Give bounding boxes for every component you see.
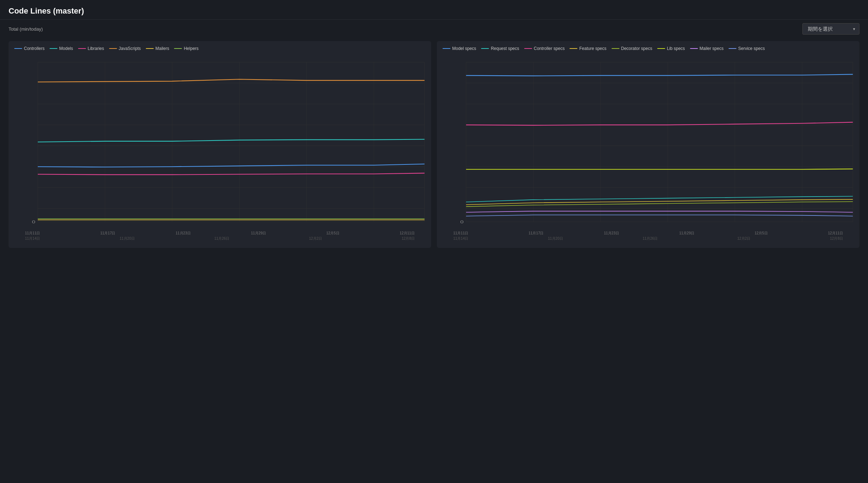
legend-color — [174, 48, 182, 49]
x-axis-sublabel: 11月14日 — [453, 236, 468, 241]
legend-item: Helpers — [174, 46, 198, 51]
x-axis-label: 12月5日 — [755, 231, 768, 236]
legend-item: Lib specs — [657, 46, 685, 51]
x-axis-sublabel: 12月2日 — [309, 236, 322, 241]
legend-color — [570, 48, 577, 49]
legend-label: Lib specs — [667, 46, 685, 51]
left-x-axis-bottom: 11月14日11月20日11月26日12月2日12月8日 — [12, 236, 428, 241]
x-axis-label: 11月23日 — [176, 231, 191, 236]
left-chart-area: 0 — [12, 55, 428, 229]
legend-item: Request specs — [481, 46, 519, 51]
right-chart-panel: Model specsRequest specsController specs… — [437, 41, 859, 248]
legend-item: Mailer specs — [690, 46, 724, 51]
right-chart-legend: Model specsRequest specsController specs… — [440, 46, 856, 51]
left-chart-legend: ControllersModelsLibrariesJavaScriptsMai… — [12, 46, 428, 51]
legend-item: Controller specs — [524, 46, 565, 51]
legend-item: Controllers — [14, 46, 45, 51]
left-x-axis-top: 11月11日11月17日11月23日11月29日12月5日12月11日 — [12, 229, 428, 236]
legend-label: Request specs — [491, 46, 519, 51]
x-axis-label: 11月17日 — [529, 231, 543, 236]
x-axis-sublabel: 12月8日 — [830, 236, 843, 241]
svg-text:0: 0 — [460, 220, 464, 224]
x-axis-label: 11月29日 — [251, 231, 266, 236]
legend-color — [657, 48, 665, 49]
left-chart-panel: ControllersModelsLibrariesJavaScriptsMai… — [9, 41, 431, 248]
svg-rect-18 — [440, 55, 856, 229]
charts-container: ControllersModelsLibrariesJavaScriptsMai… — [0, 38, 868, 256]
x-axis-label: 11月29日 — [679, 231, 694, 236]
x-axis-label: 11月11日 — [453, 231, 468, 236]
right-x-axis-bottom: 11月14日11月20日11月26日12月2日12月8日 — [440, 236, 856, 241]
total-label: Total (min/today) — [9, 26, 43, 32]
svg-text:0: 0 — [32, 220, 36, 224]
x-axis-sublabel: 12月2日 — [737, 236, 750, 241]
legend-item: Model specs — [443, 46, 476, 51]
legend-item: Libraries — [78, 46, 104, 51]
x-axis-sublabel: 11月26日 — [643, 236, 658, 241]
legend-color — [14, 48, 22, 49]
legend-color — [690, 48, 698, 49]
legend-item: Mailers — [146, 46, 169, 51]
legend-label: Controllers — [24, 46, 45, 51]
legend-color — [481, 48, 489, 49]
right-x-axis-top: 11月11日11月17日11月23日11月29日12月5日12月11日 — [440, 229, 856, 236]
right-chart-area: 0 — [440, 55, 856, 229]
x-axis-sublabel: 11月14日 — [25, 236, 40, 241]
legend-item: Models — [50, 46, 73, 51]
page-header: Code Lines (master) — [0, 0, 868, 20]
legend-color — [729, 48, 736, 49]
legend-item: Service specs — [729, 46, 765, 51]
x-axis-label: 12月5日 — [326, 231, 339, 236]
toolbar: Total (min/today) 期間を選択 1週間 1ヶ月 3ヶ月 — [0, 20, 868, 38]
legend-item: JavaScripts — [109, 46, 141, 51]
legend-label: Controller specs — [534, 46, 565, 51]
legend-color — [78, 48, 86, 49]
left-chart-svg: 0 — [12, 55, 428, 229]
page-title: Code Lines (master) — [9, 6, 859, 16]
legend-label: Feature specs — [579, 46, 606, 51]
legend-label: Service specs — [738, 46, 765, 51]
right-chart-svg: 0 — [440, 55, 856, 229]
legend-item: Decorator specs — [612, 46, 652, 51]
period-select-wrapper[interactable]: 期間を選択 1週間 1ヶ月 3ヶ月 — [802, 23, 859, 35]
legend-color — [443, 48, 450, 49]
x-axis-sublabel: 11月26日 — [214, 236, 229, 241]
legend-color — [146, 48, 154, 49]
legend-color — [50, 48, 57, 49]
legend-color — [109, 48, 117, 49]
legend-label: Models — [59, 46, 73, 51]
legend-label: JavaScripts — [119, 46, 141, 51]
legend-color — [612, 48, 619, 49]
legend-label: Libraries — [88, 46, 104, 51]
legend-label: Helpers — [184, 46, 198, 51]
legend-label: Mailers — [155, 46, 169, 51]
period-select[interactable]: 期間を選択 1週間 1ヶ月 3ヶ月 — [802, 23, 859, 35]
x-axis-label: 11月17日 — [100, 231, 115, 236]
x-axis-label: 11月11日 — [25, 231, 40, 236]
legend-color — [524, 48, 532, 49]
x-axis-label: 12月11日 — [828, 231, 843, 236]
legend-label: Decorator specs — [621, 46, 652, 51]
x-axis-label: 12月11日 — [400, 231, 415, 236]
legend-item: Feature specs — [570, 46, 606, 51]
legend-label: Model specs — [452, 46, 476, 51]
x-axis-sublabel: 11月20日 — [119, 236, 134, 241]
x-axis-sublabel: 11月20日 — [548, 236, 563, 241]
x-axis-label: 11月23日 — [604, 231, 619, 236]
x-axis-sublabel: 12月8日 — [402, 236, 415, 241]
legend-label: Mailer specs — [700, 46, 724, 51]
